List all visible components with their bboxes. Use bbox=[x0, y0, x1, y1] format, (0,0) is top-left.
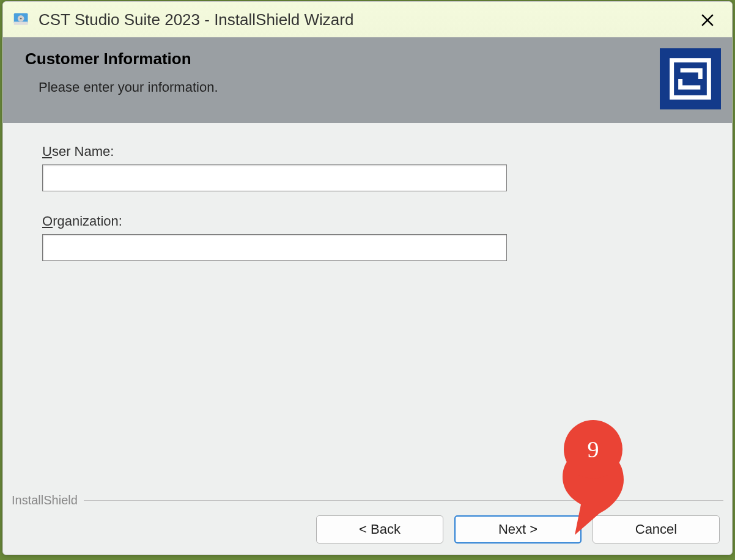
installer-app-icon bbox=[13, 11, 30, 28]
close-icon bbox=[701, 13, 714, 27]
organization-label: Organization: bbox=[42, 213, 693, 229]
button-row: < Back Next > Cancel bbox=[316, 515, 720, 543]
username-input[interactable] bbox=[42, 164, 507, 191]
window-title: CST Studio Suite 2023 - InstallShield Wi… bbox=[39, 10, 353, 29]
back-button[interactable]: < Back bbox=[316, 515, 443, 543]
next-button[interactable]: Next > bbox=[454, 515, 582, 543]
cst-logo bbox=[660, 48, 721, 109]
username-label: User Name: bbox=[42, 144, 693, 160]
cst-logo-icon bbox=[669, 57, 712, 100]
content-area: User Name: Organization: bbox=[3, 123, 732, 283]
svg-rect-6 bbox=[672, 61, 709, 98]
footer-divider: InstallShield bbox=[12, 493, 723, 507]
titlebar: CST Studio Suite 2023 - InstallShield Wi… bbox=[3, 2, 732, 37]
svg-rect-3 bbox=[14, 22, 28, 25]
footer-line bbox=[84, 500, 723, 501]
cancel-button[interactable]: Cancel bbox=[593, 515, 720, 543]
close-button[interactable] bbox=[698, 10, 717, 30]
page-title: Customer Information bbox=[25, 50, 710, 68]
installer-window: CST Studio Suite 2023 - InstallShield Wi… bbox=[2, 1, 733, 555]
svg-point-2 bbox=[20, 18, 22, 20]
footer-brand-text: InstallShield bbox=[12, 493, 78, 507]
organization-input[interactable] bbox=[42, 234, 507, 261]
header-band: Customer Information Please enter your i… bbox=[3, 37, 732, 123]
page-subtitle: Please enter your information. bbox=[39, 79, 710, 95]
